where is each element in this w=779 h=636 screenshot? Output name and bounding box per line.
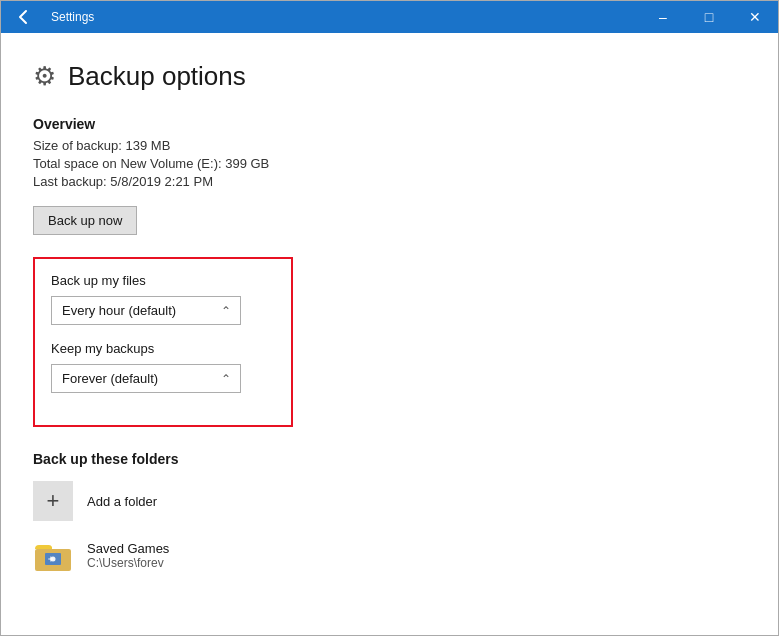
- content-area: ⚙ Backup options Overview Size of backup…: [1, 33, 778, 635]
- gear-icon: ⚙: [33, 61, 56, 92]
- minimize-button[interactable]: –: [640, 1, 686, 33]
- back-button[interactable]: [1, 1, 47, 33]
- saved-games-folder-icon: [33, 535, 73, 575]
- add-folder-icon[interactable]: +: [33, 481, 73, 521]
- maximize-button[interactable]: □: [686, 1, 732, 33]
- svg-rect-4: [48, 558, 53, 560]
- total-space-text: Total space on New Volume (E:): 399 GB: [33, 156, 746, 171]
- backup-frequency-dropdown[interactable]: Every hour (default) Every 10 minutes Ev…: [51, 296, 241, 325]
- add-folder-label: Add a folder: [87, 494, 157, 509]
- backup-frequency-wrapper: Every hour (default) Every 10 minutes Ev…: [51, 296, 241, 325]
- last-backup-text: Last backup: 5/8/2019 2:21 PM: [33, 174, 746, 189]
- page-header: ⚙ Backup options: [33, 61, 746, 92]
- folders-section-title: Back up these folders: [33, 451, 746, 467]
- saved-games-path: C:\Users\forev: [87, 556, 169, 570]
- backup-size-text: Size of backup: 139 MB: [33, 138, 746, 153]
- page-title: Backup options: [68, 61, 246, 92]
- settings-window: Settings – □ ✕ ⚙ Backup options Overview…: [0, 0, 779, 636]
- saved-games-folder-item[interactable]: Saved Games C:\Users\forev: [33, 535, 746, 575]
- overview-section: Overview Size of backup: 139 MB Total sp…: [33, 116, 746, 257]
- back-arrow-icon: [16, 9, 32, 25]
- window-title: Settings: [47, 10, 640, 24]
- title-bar: Settings – □ ✕: [1, 1, 778, 33]
- folders-section: Back up these folders + Add a folder: [33, 451, 746, 575]
- window-controls: – □ ✕: [640, 1, 778, 33]
- saved-games-name: Saved Games: [87, 541, 169, 556]
- close-button[interactable]: ✕: [732, 1, 778, 33]
- backup-files-label: Back up my files: [51, 273, 275, 288]
- keep-backups-label: Keep my backups: [51, 341, 275, 356]
- options-box: Back up my files Every hour (default) Ev…: [33, 257, 293, 427]
- keep-backups-wrapper: Forever (default) Until space is needed …: [51, 364, 241, 393]
- overview-section-title: Overview: [33, 116, 746, 132]
- keep-backups-dropdown[interactable]: Forever (default) Until space is needed …: [51, 364, 241, 393]
- backup-now-button[interactable]: Back up now: [33, 206, 137, 235]
- add-folder-item[interactable]: + Add a folder: [33, 481, 746, 521]
